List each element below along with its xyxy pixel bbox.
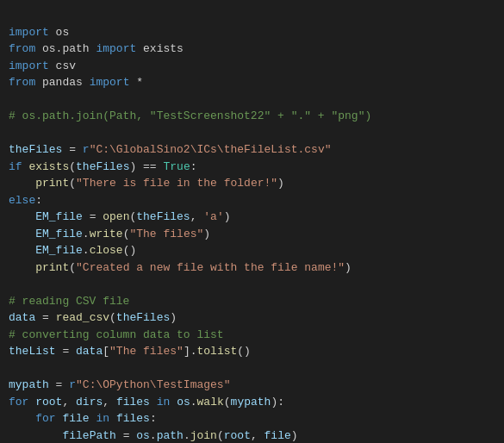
line-10: print("There is file in the folder!") <box>9 177 284 190</box>
line-20: theList = data["The files"].tolist() <box>9 345 251 358</box>
line-24: for file in files: <box>9 412 157 425</box>
line-17: # reading CSV file <box>9 295 129 308</box>
line-15: print("Created a new file with the file … <box>9 261 352 274</box>
line-3: import csv <box>9 59 76 72</box>
line-6: # os.path.join(Path, "TestScreenshot22" … <box>9 109 371 122</box>
code-editor: import os from os.path import exists imp… <box>9 7 495 443</box>
line-1: import os <box>9 26 69 39</box>
line-9: if exists(theFiles) == True: <box>9 160 197 173</box>
line-4: from pandas import * <box>9 76 143 89</box>
line-23: for root, dirs, files in os.walk(mypath)… <box>9 396 284 409</box>
line-2: from os.path import exists <box>9 42 184 55</box>
line-25: filePath = os.path.join(root, file) <box>9 429 298 442</box>
line-19: # converting column data to list <box>9 328 224 341</box>
line-22: mypath = r"C:\OPython\TestImages" <box>9 378 230 391</box>
line-8: theFiles = r"C:\GlobalSino2\ICs\theFileL… <box>9 143 332 156</box>
line-13: EM_file.write("The files") <box>9 228 210 240</box>
line-11: else: <box>9 194 42 207</box>
line-14: EM_file.close() <box>9 244 136 257</box>
line-18: data = read_csv(theFiles) <box>9 311 177 324</box>
line-12: EM_file = open(theFiles, 'a') <box>9 210 231 223</box>
